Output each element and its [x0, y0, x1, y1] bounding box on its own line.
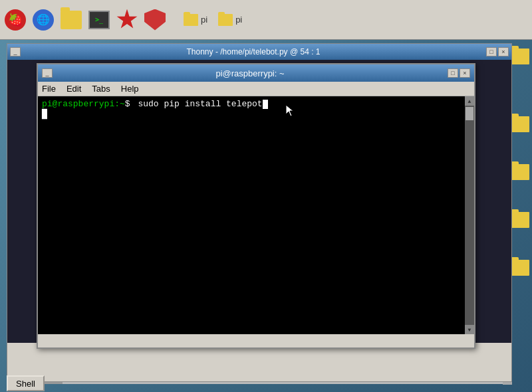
- desktop: 🍓 🌐 >_ pi pi: [0, 0, 532, 392]
- taskbar: 🍓 🌐 >_ pi pi: [0, 0, 532, 40]
- terminal-win-controls-left: _: [42, 68, 53, 78]
- terminal-menu-tabs[interactable]: Tabs: [92, 84, 110, 94]
- terminal-minimize-btn[interactable]: _: [42, 68, 53, 78]
- terminal-maximize-btn[interactable]: □: [448, 68, 458, 78]
- right-folder-2[interactable]: [511, 116, 529, 132]
- address-folder-1[interactable]: pi: [184, 14, 207, 26]
- raspberry-menu-icon[interactable]: 🍓: [3, 7, 28, 33]
- scrollbar-up-btn[interactable]: ▲: [465, 96, 474, 106]
- terminal-window: _ pi@raspberrypi: ~ □ × File Edit Tabs H…: [37, 63, 475, 349]
- terminal-menu-file[interactable]: File: [42, 84, 56, 94]
- terminal-shape: >_: [88, 11, 110, 29]
- thonny-minimize-btn[interactable]: _: [10, 47, 21, 56]
- terminal-scrollbar[interactable]: ▲ ▼: [465, 96, 474, 334]
- address-label-2: pi: [235, 15, 242, 25]
- terminal-next-line: █: [42, 109, 47, 119]
- terminal-win-controls-right: □ ×: [448, 68, 470, 78]
- folder-taskbar-icon[interactable]: [59, 7, 84, 33]
- right-folder-1[interactable]: [511, 49, 529, 64]
- address-label-1: pi: [201, 15, 207, 25]
- terminal-content[interactable]: pi@raspberrypi :~ $ sudo pip install tel…: [38, 96, 474, 334]
- terminal-title: pi@raspberrypi: ~: [53, 68, 448, 78]
- address-folder-2[interactable]: pi: [218, 14, 242, 26]
- folder-shape: [61, 11, 82, 29]
- thonny-maximize-btn[interactable]: □: [486, 47, 497, 56]
- terminal-cursor-line: █: [42, 109, 470, 118]
- thonny-titlebar: _ Thonny - /home/pi/telebot.py @ 54 : 1 …: [7, 44, 511, 60]
- terminal-menu-help[interactable]: Help: [121, 84, 139, 94]
- star-taskbar-icon[interactable]: [114, 7, 140, 33]
- addr-folder-icon-2: [218, 14, 233, 26]
- shield-shape: [144, 9, 166, 31]
- terminal-menu-edit[interactable]: Edit: [66, 84, 81, 94]
- terminal-prompt-line: pi@raspberrypi :~ $ sudo pip install tel…: [42, 99, 470, 109]
- thonny-title: Thonny - /home/pi/telebot.py @ 54 : 1: [21, 47, 486, 56]
- raspberry-logo: 🍓: [5, 9, 26, 31]
- thonny-close-btn[interactable]: ×: [498, 47, 509, 56]
- terminal-taskbar-icon[interactable]: >_: [86, 7, 112, 33]
- scrollbar-thumb[interactable]: [466, 107, 473, 120]
- globe-shape: 🌐: [33, 9, 54, 31]
- prompt-path-text: :~: [114, 99, 125, 109]
- terminal-menubar: File Edit Tabs Help: [38, 82, 474, 96]
- right-folder-3[interactable]: [511, 164, 529, 180]
- right-folder-5[interactable]: [511, 260, 529, 276]
- prompt-user-text: pi@raspberrypi: [42, 99, 114, 109]
- shield-taskbar-icon[interactable]: [142, 7, 168, 33]
- terminal-titlebar: _ pi@raspberrypi: ~ □ ×: [38, 64, 474, 82]
- star-shape: [116, 9, 138, 31]
- terminal-close-btn[interactable]: ×: [460, 68, 470, 78]
- right-folder-4[interactable]: [511, 212, 529, 228]
- shell-button[interactable]: Shell: [7, 375, 45, 391]
- terminal-command-text: sudo pip install telepot: [138, 99, 262, 109]
- thonny-controls: □ ×: [486, 47, 509, 56]
- globe-taskbar-icon[interactable]: 🌐: [31, 7, 56, 33]
- bottom-bar: Shell: [7, 375, 140, 392]
- terminal-cursor: [263, 100, 268, 109]
- scrollbar-down-btn[interactable]: ▼: [465, 325, 474, 334]
- addr-folder-icon: [184, 14, 198, 26]
- prompt-dollar: $: [125, 99, 136, 109]
